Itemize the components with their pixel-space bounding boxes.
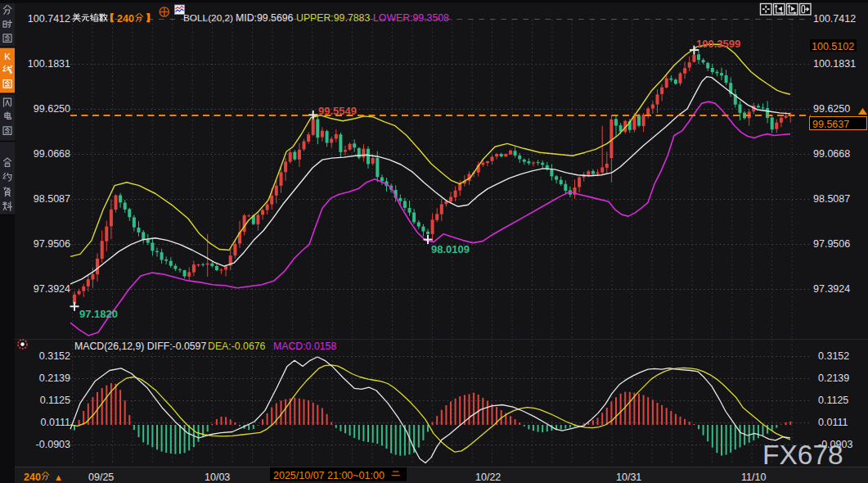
svg-text:K: K — [4, 52, 11, 61]
